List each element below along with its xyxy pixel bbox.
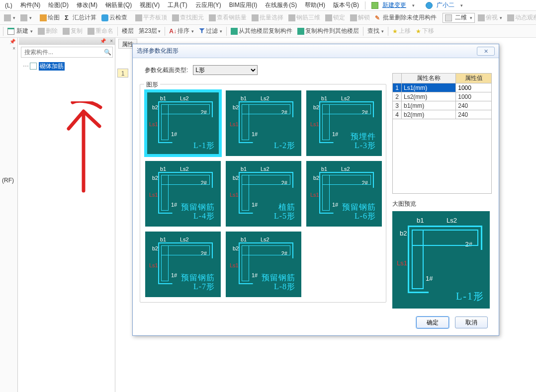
shape-option[interactable]: b1Ls2b2Ls11#2#预留钢筋 L-4形	[145, 161, 221, 227]
lock-button[interactable]: 锁定	[323, 12, 347, 23]
copy-from-floor-button[interactable]: 从其他楼层复制构件	[229, 26, 294, 37]
attr-row[interactable]: 3b1(mm)240	[393, 101, 492, 110]
hint-b1: b1	[160, 95, 166, 101]
menu-item[interactable]: 视图(V)	[137, 1, 163, 9]
hint-b2: b2	[313, 175, 319, 181]
new-change-link[interactable]: 新建变更▾	[368, 1, 421, 9]
attr-value-cell[interactable]: 240	[456, 101, 492, 110]
hint-ls1: Ls1	[310, 192, 319, 198]
copy-to-floor-button[interactable]: 复制构件到其他楼层	[295, 26, 361, 37]
shape-name: 预留钢筋 L-4形	[181, 203, 215, 221]
separator	[3, 27, 3, 36]
menu-item[interactable]: 绘图(D)	[45, 1, 72, 9]
pin-icon[interactable]: 📌	[9, 39, 15, 44]
undo-button[interactable]: ▾	[2, 12, 17, 23]
menu-item[interactable]: 构件(N)	[17, 1, 44, 9]
menu-item[interactable]: BIM应用(I)	[226, 1, 261, 9]
attr-row[interactable]: 2Ls2(mm)1000	[393, 92, 492, 101]
rebar-3d-button[interactable]: 钢筋三维	[286, 12, 322, 23]
attr-value-cell[interactable]: 1000	[456, 83, 492, 92]
tree-node[interactable]: 砌体加筋	[23, 62, 111, 71]
annotation-arrow-icon	[49, 101, 118, 201]
hint-b1: b1	[241, 166, 247, 172]
col-attr-name: 属性名称	[402, 74, 456, 83]
flat-slab-button[interactable]: 平齐板顶	[133, 12, 169, 23]
star-icon	[392, 28, 398, 35]
close-icon[interactable]: ×	[110, 38, 113, 44]
shape-option[interactable]: b1Ls2b2Ls11#2#预留钢筋 L-7形	[145, 232, 221, 297]
shape-option[interactable]: b1Ls2b2Ls11#2#L-2形	[226, 90, 301, 156]
attr-value-cell[interactable]: 240	[456, 110, 492, 119]
unlock-button[interactable]: 解锁	[348, 12, 372, 23]
shape-option[interactable]: b1Ls2b2Ls11#2#预埋件 L-3形	[306, 90, 382, 156]
attr-row[interactable]: 1Ls1(mm)1000	[393, 83, 492, 92]
cancel-button[interactable]: 取消	[455, 316, 488, 328]
shape-name: 预留钢筋 L-8形	[262, 273, 295, 291]
move-down-button[interactable]: 下移	[414, 26, 436, 37]
shape-option[interactable]: b1Ls2b2Ls11#2#L-1形	[145, 90, 221, 156]
cloud-check-button[interactable]: 云检查	[99, 12, 129, 23]
find-elem-button[interactable]: 查找图元	[170, 12, 206, 23]
menu-item[interactable]: 修改(M)	[74, 1, 100, 9]
row-index: 4	[393, 110, 402, 119]
rename-button[interactable]: 重命名	[86, 26, 115, 37]
search-input[interactable]	[21, 49, 102, 56]
check-rebar-button[interactable]: 查看钢筋量	[207, 12, 249, 23]
delete-button[interactable]: 删除	[36, 26, 60, 37]
menu-item[interactable]: 工具(T)	[165, 1, 190, 9]
hint-ls2: Ls2	[180, 95, 189, 101]
menu-item[interactable]: 版本号(B)	[330, 1, 362, 9]
view-mode-dropdown[interactable]: 二维▾	[443, 13, 475, 23]
hint-b2: b2	[400, 230, 407, 237]
row-header-1[interactable]: 1	[117, 69, 128, 78]
star-icon	[416, 28, 421, 35]
copy-button[interactable]: 复制	[61, 26, 85, 37]
shape-name: 预埋件 L-3形	[351, 132, 376, 150]
attr-row[interactable]: 4b2(mm)240	[393, 110, 492, 119]
shape-option[interactable]: b1Ls2b2Ls11#2#预留钢筋 L-6形	[306, 161, 382, 227]
hint-ls2: Ls2	[341, 95, 350, 101]
menu-item[interactable]: 帮助(H)	[302, 1, 328, 9]
menu-item[interactable]: (L)	[2, 2, 15, 9]
sum-button[interactable]: Σ汇总计算	[63, 12, 98, 23]
hint-b1: b1	[241, 95, 247, 101]
shape-name: L-2形	[274, 141, 295, 150]
import-icon	[231, 28, 238, 35]
user-dropdown[interactable]: 广小二▾	[423, 1, 469, 9]
batch-delete-button[interactable]: ✎批量删除未使用构件	[373, 12, 439, 23]
redo-button[interactable]: ▾	[18, 12, 34, 23]
hint-b1: b1	[160, 166, 166, 172]
move-up-button[interactable]: 上移	[390, 26, 413, 37]
dyn-observe-button[interactable]: 动态观察	[505, 12, 536, 23]
hint-ls1: Ls1	[397, 259, 407, 267]
menu-item[interactable]: 钢筋量(Q)	[102, 1, 135, 9]
batch-select-button[interactable]: 批量选择	[250, 12, 285, 23]
floor-value[interactable]: 第23层▾	[137, 27, 163, 35]
menu-item[interactable]: 在线服务(S)	[262, 1, 300, 9]
shape-name: 植筋 L-5形	[274, 203, 295, 221]
dialog-close-button[interactable]: ✕	[477, 47, 495, 56]
filter-icon	[199, 28, 205, 35]
shape-option[interactable]: b1Ls2b2Ls11#2#预留钢筋 L-8形	[226, 232, 301, 297]
hint-ls1: Ls1	[230, 192, 239, 198]
user-icon	[426, 2, 433, 9]
attr-value-cell[interactable]: 1000	[456, 92, 492, 101]
hint-b1: b1	[160, 236, 166, 242]
sort-button[interactable]: A↓排序▾	[167, 26, 196, 37]
find-button[interactable]: 查找▾	[365, 26, 386, 37]
shape-option[interactable]: b1Ls2b2Ls11#2#植筋 L-5形	[226, 161, 301, 227]
search-icon[interactable]: 🔍	[102, 49, 112, 56]
ok-button[interactable]: 确定	[416, 316, 449, 328]
menu-item[interactable]: 云应用(Y)	[192, 1, 224, 9]
draw-button[interactable]: 绘图	[38, 12, 62, 23]
table-blank-area	[392, 119, 492, 194]
search-box[interactable]: 🔍	[21, 47, 113, 58]
pin-icon[interactable]: 📌	[100, 38, 106, 44]
filter-button[interactable]: 过滤▾	[197, 26, 224, 37]
cloud-icon	[101, 14, 108, 21]
type-select[interactable]: L形	[193, 65, 258, 75]
new-button[interactable]: 新建▾	[5, 26, 35, 37]
topview-button[interactable]: 俯视▾	[476, 12, 504, 23]
hint-ls2: Ls2	[261, 236, 269, 242]
close-icon[interactable]: ×	[12, 46, 15, 51]
